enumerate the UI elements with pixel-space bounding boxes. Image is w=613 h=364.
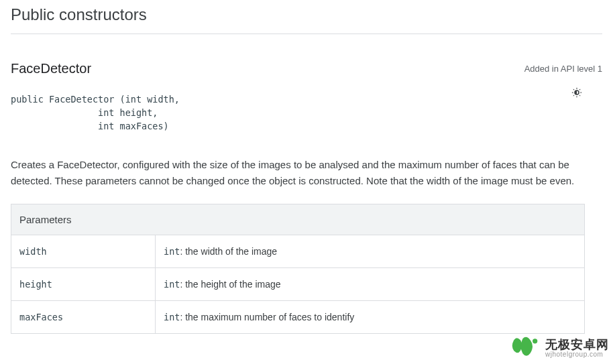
- param-text: : the height of the image: [180, 279, 280, 290]
- theme-toggle-button[interactable]: [567, 84, 586, 103]
- method-description: Creates a FaceDetector, configured with …: [11, 157, 588, 189]
- code-area: public FaceDetector (int width, int heig…: [11, 90, 602, 135]
- section-title: Public constructors: [11, 0, 602, 34]
- param-type: int: [164, 312, 180, 322]
- parameters-table: Parameters width int: the width of the i…: [11, 204, 585, 334]
- table-row: height int: the height of the image: [11, 268, 585, 301]
- section-rule: [11, 34, 602, 34]
- method-signature: public FaceDetector (int width, int heig…: [11, 90, 602, 135]
- watermark-url: wjhotelgroup.com: [545, 351, 609, 359]
- param-type: int: [164, 246, 180, 257]
- param-name: height: [11, 268, 156, 301]
- param-desc: int: the width of the image: [156, 235, 585, 268]
- table-row: width int: the width of the image: [11, 235, 585, 268]
- param-text: : the width of the image: [180, 246, 277, 257]
- table-row: maxFaces int: the maximum number of face…: [11, 301, 585, 334]
- param-desc: int: the height of the image: [156, 268, 585, 301]
- parameters-header: Parameters: [11, 204, 585, 235]
- method-header: FaceDetector Added in API level 1: [11, 61, 602, 76]
- api-level: Added in API level 1: [524, 61, 602, 74]
- param-name: width: [11, 235, 156, 268]
- param-type: int: [164, 279, 180, 290]
- param-text: : the maximum number of faces to identif…: [180, 312, 354, 322]
- param-name: maxFaces: [11, 301, 156, 334]
- method-name: FaceDetector: [11, 61, 91, 76]
- brightness-icon: [571, 86, 583, 101]
- doc-content: Public constructors FaceDetector Added i…: [0, 0, 613, 345]
- param-desc: int: the maximum number of faces to iden…: [156, 301, 585, 334]
